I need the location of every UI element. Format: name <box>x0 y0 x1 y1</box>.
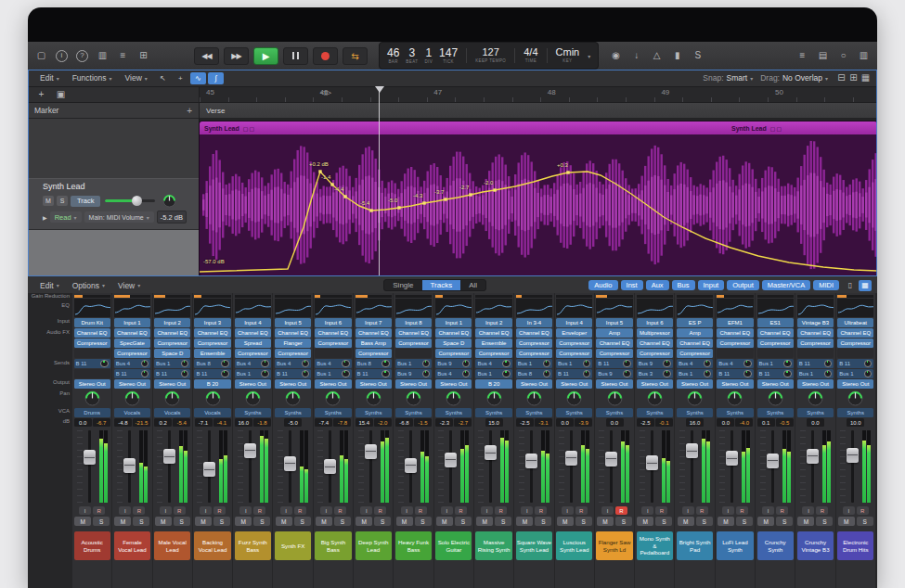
send-level-knob[interactable] <box>221 370 229 378</box>
input-monitor-button[interactable]: I <box>160 506 172 515</box>
input-monitor-button[interactable]: I <box>481 506 493 515</box>
output-slot[interactable]: Stereo Out <box>315 379 351 389</box>
output-slot[interactable]: Stereo Out <box>637 379 673 389</box>
fader[interactable] <box>677 428 713 505</box>
send-level-knob[interactable] <box>462 370 471 378</box>
input-monitor-button[interactable]: I <box>119 506 131 515</box>
send-slot[interactable]: Bus 1 <box>837 369 873 378</box>
audio-fx-slot[interactable]: Compressor <box>757 339 794 348</box>
solo-button[interactable]: S <box>696 517 713 526</box>
send-level-knob[interactable] <box>342 360 350 368</box>
automation-mode-button[interactable]: Read▾ <box>50 211 82 223</box>
eq-thumbnail[interactable] <box>435 299 472 317</box>
vca-slot[interactable]: Synths <box>235 408 271 417</box>
automation-node[interactable] <box>469 193 472 196</box>
fader-cap[interactable] <box>485 445 497 460</box>
send-slot[interactable]: Bus 4 <box>475 359 511 368</box>
fader-cap[interactable] <box>445 453 457 467</box>
send-slot[interactable]: Bus 4 <box>235 359 271 368</box>
input-slot[interactable]: EFM1 <box>717 318 753 327</box>
record-enable-button[interactable]: R <box>575 506 588 515</box>
track-pan-knob[interactable] <box>162 194 176 208</box>
track-name-plate[interactable]: Heavy Funk Bass <box>395 531 432 560</box>
fader-cap[interactable] <box>767 454 779 468</box>
record-enable-button[interactable]: R <box>696 506 708 515</box>
send-slot[interactable]: Bus 4 <box>717 359 753 368</box>
send-level-knob[interactable] <box>743 370 752 378</box>
send-level-knob[interactable] <box>663 370 671 378</box>
send-slot[interactable]: Bus 1 <box>677 369 713 378</box>
output-slot[interactable]: Stereo Out <box>74 379 110 389</box>
output-slot[interactable]: Stereo Out <box>395 379 432 389</box>
solo-button[interactable]: S <box>655 517 672 526</box>
fader[interactable] <box>275 428 311 505</box>
track-name-plate[interactable]: Fuzz Synth Bass <box>235 531 271 560</box>
vca-slot[interactable]: Synths <box>797 408 834 417</box>
mute-button[interactable]: M <box>757 517 774 526</box>
send-slot[interactable]: Bus 1 <box>154 359 190 368</box>
vca-slot[interactable]: Synths <box>275 408 311 417</box>
output-slot[interactable]: Stereo Out <box>677 379 713 389</box>
track-name-plate[interactable]: LoFi Lead Synth <box>717 531 753 560</box>
track-header[interactable]: Synth Lead M S Track ▶ Read▾ <box>28 178 199 230</box>
automation-node[interactable] <box>422 201 425 204</box>
input-monitor-button[interactable]: I <box>441 506 453 515</box>
send-slot[interactable]: Bus 1 <box>757 359 794 368</box>
pan-knob[interactable] <box>526 390 542 406</box>
eq-thumbnail[interactable] <box>235 299 271 317</box>
track-name-plate[interactable]: Crunchy Synth <box>757 531 794 560</box>
record-enable-button[interactable]: R <box>857 506 869 515</box>
pan-knob[interactable] <box>124 390 140 406</box>
send-level-knob[interactable] <box>261 360 269 368</box>
audio-fx-slot[interactable]: Channel EQ <box>717 328 753 338</box>
fader-cap[interactable] <box>605 452 617 467</box>
output-slot[interactable]: Stereo Out <box>154 379 190 389</box>
audio-fx-slot-empty[interactable] <box>315 349 351 358</box>
track-name-plate[interactable]: Flanger Saw Synth Ld <box>596 531 632 560</box>
send-level-knob[interactable] <box>422 370 431 378</box>
eq-thumbnail[interactable] <box>114 299 150 317</box>
output-slot[interactable]: Stereo Out <box>797 379 834 389</box>
send-slot[interactable]: B 11 <box>114 369 150 378</box>
mute-button[interactable]: M <box>678 517 694 526</box>
record-enable-button[interactable]: R <box>133 506 145 515</box>
input-slot[interactable]: Drum Kit <box>74 318 110 327</box>
vca-slot[interactable]: Synths <box>757 408 794 417</box>
output-slot[interactable]: Stereo Out <box>837 379 873 389</box>
audio-fx-slot[interactable]: Compressor <box>315 339 351 348</box>
output-slot[interactable]: Stereo Out <box>356 379 392 389</box>
fader[interactable] <box>154 428 190 505</box>
pan-knob[interactable] <box>325 390 341 406</box>
track-name-plate[interactable]: Female Vocal Lead <box>114 531 150 560</box>
mixer-view-single[interactable]: Single <box>384 280 421 290</box>
output-slot[interactable]: Stereo Out <box>235 379 271 389</box>
pan-knob[interactable] <box>245 390 261 406</box>
output-slot[interactable]: B 20 <box>194 379 230 389</box>
track-header-panel-icon[interactable]: ▣ <box>55 88 67 101</box>
input-monitor-button[interactable]: I <box>79 506 91 515</box>
input-monitor-button[interactable]: I <box>320 506 332 515</box>
fader[interactable] <box>74 428 110 505</box>
audio-fx-slot[interactable]: Amp <box>596 328 632 338</box>
fader-cap[interactable] <box>807 449 819 464</box>
send-level-knob[interactable] <box>864 370 873 378</box>
rewind-button[interactable]: ◀◀ <box>194 47 219 65</box>
fader-cap[interactable] <box>284 456 296 471</box>
pan-knob[interactable] <box>647 390 663 406</box>
send-slot[interactable]: Bus 1 <box>516 359 552 368</box>
track-name-plate[interactable]: Luscious Synth Lead <box>556 531 592 560</box>
volume-slider-knob[interactable] <box>132 196 142 206</box>
send-level-knob[interactable] <box>141 370 149 378</box>
input-monitor-button[interactable]: I <box>682 506 694 515</box>
fader-cap[interactable] <box>405 458 417 473</box>
input-monitor-button[interactable]: I <box>762 506 774 515</box>
track-solo-button[interactable]: S <box>57 196 68 206</box>
audio-fx-slot[interactable]: Ensemble <box>194 349 230 358</box>
lcd-display[interactable]: 46BAR 3BEAT 1DIV 147TICK 127KEEP TEMPO 4… <box>379 42 599 70</box>
mute-button[interactable]: M <box>276 517 292 526</box>
audio-fx-slot[interactable]: Channel EQ <box>275 328 311 338</box>
send-slot[interactable]: Bus 9 <box>596 369 632 378</box>
audio-fx-slot[interactable]: Enveloper <box>556 328 592 338</box>
pan-knob[interactable] <box>727 390 743 406</box>
audio-fx-slot[interactable]: Compressor <box>837 339 873 348</box>
